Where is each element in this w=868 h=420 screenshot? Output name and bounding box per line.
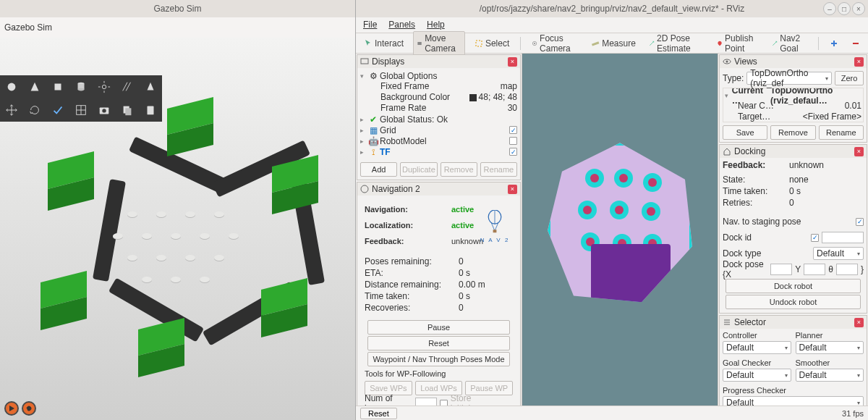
- move-icon[interactable]: [0, 98, 23, 122]
- tree-grid[interactable]: ▸▦Grid✓: [360, 125, 517, 135]
- menu-panels[interactable]: Panels: [388, 20, 415, 30]
- gazebo-window: Gazebo Sim Gazebo Sim: [0, 0, 356, 420]
- tool-publish-point[interactable]: Publish Point: [713, 31, 762, 56]
- minimize-button[interactable]: –: [823, 2, 836, 15]
- rviz-3d-view[interactable]: [522, 54, 718, 406]
- svg-point-18: [102, 109, 106, 112]
- spotlight-icon[interactable]: [139, 75, 162, 98]
- duplicate-button[interactable]: Duplicate: [400, 162, 437, 177]
- store-initial-pose-checkbox[interactable]: [440, 400, 447, 406]
- footer-reset-button[interactable]: Reset: [360, 408, 397, 419]
- goal-checker-select[interactable]: Default▾: [723, 369, 791, 382]
- view-current[interactable]: ▾Current … TopDownOrtho (rviz_defaul…: [725, 90, 861, 101]
- close-icon[interactable]: ×: [508, 185, 517, 194]
- svg-point-26: [534, 42, 535, 43]
- tree-global-status[interactable]: ▸✔Global Status: Ok: [360, 114, 517, 125]
- close-button[interactable]: ×: [852, 2, 865, 15]
- tool-select[interactable]: Select: [471, 36, 513, 51]
- pause-button[interactable]: Pause: [367, 320, 510, 335]
- panel-views: Views× Type: TopDownOrtho (rviz_def▾ Zer…: [719, 54, 867, 143]
- svg-rect-2: [55, 84, 61, 91]
- dock-type-select[interactable]: Default▾: [813, 247, 864, 260]
- tool-add-icon[interactable]: [826, 37, 842, 50]
- compass-icon: [360, 185, 369, 193]
- sun-icon[interactable]: [93, 75, 116, 98]
- gazebo-title: Gazebo Sim: [153, 4, 201, 14]
- close-icon[interactable]: ×: [854, 318, 864, 327]
- view-save-button[interactable]: Save: [723, 125, 767, 140]
- cylinder-icon[interactable]: [69, 75, 93, 98]
- controller-select[interactable]: Default▾: [723, 341, 791, 354]
- tool-focus-camera[interactable]: Focus Camera: [528, 31, 582, 56]
- dock-pose-x-input[interactable]: [770, 264, 792, 275]
- waypoint-mode-button[interactable]: Waypoint / Nav Through Poses Mode: [367, 352, 510, 366]
- menu-file[interactable]: File: [363, 20, 377, 30]
- planner-select[interactable]: Default▾: [796, 341, 864, 354]
- num-loops-input[interactable]: [415, 398, 437, 406]
- menu-help[interactable]: Help: [427, 20, 445, 30]
- progress-checker-select[interactable]: Default▾: [723, 396, 864, 406]
- prop-fixed-frame[interactable]: Fixed Framemap: [360, 81, 517, 92]
- tool-remove-icon[interactable]: [848, 37, 864, 50]
- rotate-icon[interactable]: [23, 98, 46, 122]
- localization-status: active: [451, 221, 474, 230]
- zero-button[interactable]: Zero: [835, 71, 864, 85]
- docking-retries: 0: [789, 198, 794, 209]
- view-remove-button[interactable]: Remove: [770, 125, 815, 140]
- reset-button[interactable]: Reset: [367, 336, 510, 350]
- copy-icon[interactable]: [116, 98, 139, 122]
- rviz-window: /opt/ros/jazzy/share/nav2_bringup/rviz/n…: [356, 0, 868, 420]
- gazebo-viewport[interactable]: [0, 38, 355, 420]
- tool-interact[interactable]: Interact: [360, 36, 407, 51]
- maximize-button[interactable]: □: [838, 2, 851, 15]
- dock-pose-y-input[interactable]: [804, 264, 825, 275]
- paste-icon[interactable]: [139, 98, 162, 122]
- gazebo-app-name: Gazebo Sim: [4, 22, 52, 33]
- axes-icon: ⟟: [369, 148, 378, 156]
- dock-id-input[interactable]: [822, 232, 864, 243]
- undock-robot-button[interactable]: Undock robot: [726, 295, 861, 309]
- tool-move-camera[interactable]: Move Camera: [413, 31, 465, 56]
- navigation-status: active: [451, 205, 474, 214]
- robotmodel-checkbox[interactable]: [509, 137, 517, 145]
- dock-id-checkbox[interactable]: ✓: [811, 234, 819, 242]
- tree-robot-model[interactable]: ▸🤖RobotModel: [360, 135, 517, 146]
- tool-2d-pose-estimate[interactable]: 2D Pose Estimate: [645, 31, 707, 56]
- grid-icon[interactable]: [69, 98, 93, 122]
- camera-icon[interactable]: [93, 98, 116, 122]
- tree-tf[interactable]: ▸⟟TF✓: [360, 146, 517, 157]
- cone-icon[interactable]: [23, 75, 46, 98]
- prop-target-frame[interactable]: Target…<Fixed Frame>: [725, 112, 861, 122]
- tool-nav2-goal[interactable]: Nav2 Goal: [768, 31, 811, 56]
- refresh-badge-icon[interactable]: [22, 401, 36, 416]
- tree-global-options[interactable]: ▾⚙Global Options: [360, 70, 517, 81]
- box-icon[interactable]: [46, 75, 69, 98]
- view-rename-button[interactable]: Rename: [819, 125, 864, 140]
- check-circle-icon: ✔: [369, 115, 378, 124]
- eye-icon: [723, 57, 731, 66]
- svg-rect-34: [493, 230, 497, 232]
- panel-displays: Displays× ▾⚙Global Options Fixed Framema…: [357, 54, 521, 180]
- balloon-icon: [485, 210, 504, 233]
- close-icon[interactable]: ×: [508, 57, 517, 67]
- diag-lines-icon[interactable]: [116, 75, 139, 98]
- check-icon[interactable]: [46, 98, 69, 122]
- close-icon[interactable]: ×: [854, 57, 864, 67]
- dock-pose-theta-input[interactable]: [836, 264, 858, 275]
- smoother-select[interactable]: Default▾: [796, 369, 864, 382]
- record-badge-icon[interactable]: [4, 401, 19, 416]
- remove-button[interactable]: Remove: [441, 162, 477, 177]
- prop-frame-rate[interactable]: Frame Rate30: [360, 103, 517, 114]
- add-button[interactable]: Add: [360, 162, 397, 177]
- tool-measure[interactable]: Measure: [587, 36, 639, 51]
- close-icon[interactable]: ×: [854, 147, 864, 156]
- prop-background-color[interactable]: Background Color48; 48; 48: [360, 92, 517, 103]
- view-type-select[interactable]: TopDownOrtho (rviz_def▾: [746, 72, 832, 85]
- dock-robot-button[interactable]: Dock robot: [726, 279, 861, 293]
- nav-staging-checkbox[interactable]: ✓: [856, 218, 864, 226]
- sphere-icon[interactable]: [0, 75, 23, 98]
- tf-checkbox[interactable]: ✓: [509, 148, 517, 156]
- grid-checkbox[interactable]: ✓: [509, 126, 517, 134]
- rename-button[interactable]: Rename: [480, 162, 517, 177]
- svg-point-0: [8, 83, 16, 91]
